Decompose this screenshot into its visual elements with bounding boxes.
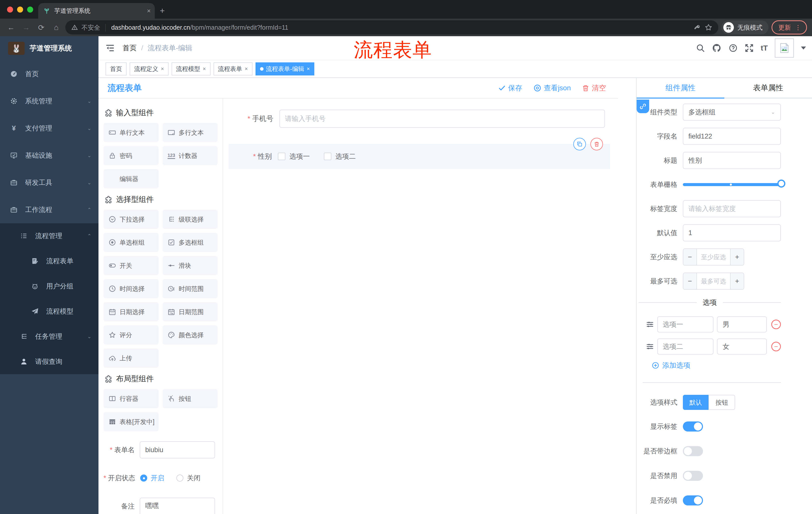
tag-close-icon[interactable]: × — [203, 65, 206, 72]
canvas-field-phone[interactable]: 手机号 — [223, 110, 605, 128]
gender-option-1[interactable]: 选项一 — [278, 152, 310, 161]
avatar-caret-icon[interactable] — [801, 47, 806, 50]
sidebar-item-leave-query[interactable]: 请假查询 — [0, 349, 98, 374]
url-text[interactable]: dashboard.yudao.iocoder.cn/bpm/manager/f… — [111, 24, 288, 31]
sidebar-item-user-group[interactable]: 用户分组 — [0, 274, 98, 299]
help-icon[interactable] — [729, 44, 737, 53]
sidebar-item-process-mgmt[interactable]: 流程管理 ⌃ — [0, 223, 98, 248]
checkbox-icon[interactable] — [324, 153, 331, 160]
option-value-input[interactable] — [717, 316, 767, 332]
component-chip-color-picker[interactable]: 颜色选择 — [163, 325, 218, 345]
drag-handle-icon[interactable] — [646, 320, 654, 329]
stepper-minus-icon[interactable]: − — [684, 273, 697, 289]
bookmark-star-icon[interactable] — [705, 24, 712, 31]
zoom-window-button[interactable] — [27, 6, 33, 12]
close-window-button[interactable] — [7, 6, 13, 12]
style-button-button[interactable]: 按钮 — [708, 395, 735, 410]
home-icon[interactable]: ⌂ — [50, 23, 62, 32]
form-grid-slider[interactable] — [683, 183, 781, 186]
option-label-input[interactable] — [657, 339, 714, 355]
sidebar-item-task-mgmt[interactable]: 任务管理 ⌄ — [0, 324, 98, 349]
component-chip-switch[interactable]: 开关 — [104, 256, 158, 275]
title-input[interactable] — [683, 152, 781, 169]
tab-close-icon[interactable]: × — [147, 7, 151, 15]
checkbox-icon[interactable] — [278, 153, 285, 160]
component-chip-date-picker[interactable]: 日期选择 — [104, 302, 158, 321]
disabled-toggle[interactable] — [683, 471, 703, 481]
remove-option-button[interactable]: − — [771, 320, 781, 329]
sidebar-item-home[interactable]: 首页 — [0, 60, 98, 87]
component-chip-slider[interactable]: 滑块 — [163, 256, 218, 275]
max-select-input[interactable] — [697, 273, 730, 289]
tag-close-icon[interactable]: × — [307, 65, 310, 72]
status-radio-on[interactable]: 开启 — [140, 474, 164, 483]
label-width-input[interactable] — [683, 200, 781, 217]
fullscreen-icon[interactable] — [745, 44, 754, 53]
component-chip-radio-group[interactable]: 单选框组 — [104, 233, 158, 252]
clear-button[interactable]: 清空 — [582, 83, 606, 93]
forward-icon[interactable]: → — [20, 23, 32, 32]
sidebar-item-process-form[interactable]: 流程表单 — [0, 248, 98, 274]
browser-tab[interactable]: 芋道管理系统 × — [38, 3, 155, 19]
search-icon[interactable] — [696, 44, 705, 53]
sidebar-logo[interactable]: 🐰 芋道管理系统 — [0, 36, 98, 60]
sidebar-item-devtools[interactable]: 研发工具 ⌄ — [0, 169, 98, 196]
password-key-icon[interactable] — [694, 24, 701, 31]
tab-form-props[interactable]: 表单属性 — [724, 78, 812, 99]
field-name-input[interactable] — [683, 128, 781, 145]
tag-home[interactable]: 首页 — [106, 62, 127, 76]
browser-update-button[interactable]: 更新 ⋮ — [772, 20, 807, 34]
component-chip-textarea[interactable]: 多行文本 — [163, 123, 218, 142]
remove-option-button[interactable]: − — [771, 342, 781, 351]
min-select-stepper[interactable]: −+ — [683, 248, 744, 266]
show-label-toggle[interactable] — [683, 422, 703, 432]
phone-field-input[interactable] — [279, 110, 605, 128]
gender-option-2[interactable]: 选项二 — [324, 152, 356, 161]
sidebar-item-system[interactable]: 系统管理 ⌄ — [0, 87, 98, 115]
tag-close-icon[interactable]: × — [161, 65, 164, 72]
delete-field-button[interactable] — [590, 138, 603, 151]
minimize-window-button[interactable] — [17, 6, 23, 12]
component-chip-row-container[interactable]: 行容器 — [104, 389, 158, 408]
component-chip-upload[interactable]: 上传 — [104, 349, 158, 368]
github-icon[interactable] — [712, 43, 722, 53]
sidebar-item-process-model[interactable]: 流程模型 — [0, 299, 98, 324]
canvas-field-gender-selected[interactable]: 性别 选项一 选项二 — [229, 144, 610, 169]
tag-process-form[interactable]: 流程表单× — [213, 62, 253, 76]
collapse-panel-handle[interactable] — [637, 100, 649, 113]
avatar[interactable] — [775, 38, 794, 58]
component-chip-select[interactable]: 下拉选择 — [104, 210, 158, 229]
tag-close-icon[interactable]: × — [245, 65, 248, 72]
back-icon[interactable]: ← — [5, 23, 17, 32]
default-value-input[interactable] — [683, 224, 781, 241]
form-name-input[interactable] — [140, 441, 215, 458]
component-chip-cascader[interactable]: 级联选择 — [163, 210, 218, 229]
component-chip-table[interactable]: 表格[开发中] — [104, 412, 158, 431]
form-remark-textarea[interactable]: 嘿嘿 — [140, 498, 215, 514]
breadcrumb-home[interactable]: 首页 — [123, 43, 137, 53]
option-label-input[interactable] — [657, 316, 714, 332]
stepper-plus-icon[interactable]: + — [730, 249, 744, 265]
required-toggle[interactable] — [683, 495, 703, 506]
option-value-input[interactable] — [717, 339, 767, 355]
style-default-button[interactable]: 默认 — [683, 395, 708, 410]
min-select-input[interactable] — [697, 249, 730, 265]
stepper-plus-icon[interactable]: + — [730, 273, 744, 289]
security-label[interactable]: 不安全 — [81, 23, 100, 32]
max-select-stepper[interactable]: −+ — [683, 273, 744, 290]
component-chip-time-range[interactable]: 时间范围 — [163, 279, 218, 298]
add-option-button[interactable]: 添加选项 — [652, 360, 781, 370]
sidebar-item-payment[interactable]: ¥ 支付管理 ⌄ — [0, 115, 98, 142]
border-toggle[interactable] — [683, 446, 703, 456]
component-chip-checkbox-group[interactable]: 多选框组 — [163, 233, 218, 252]
component-chip-date-range[interactable]: 日期范围 — [163, 302, 218, 321]
address-bar[interactable]: 不安全 │ dashboard.yudao.iocoder.cn/bpm/man… — [65, 20, 718, 34]
sidebar-item-infra[interactable]: 基础设施 ⌄ — [0, 142, 98, 169]
component-chip-time-picker[interactable]: 时间选择 — [104, 279, 158, 298]
collapse-sidebar-icon[interactable] — [106, 44, 115, 53]
status-radio-off[interactable]: 关闭 — [176, 474, 201, 483]
slider-thumb[interactable] — [777, 180, 785, 188]
save-button[interactable]: 保存 — [498, 83, 522, 93]
font-size-icon[interactable]: tT — [761, 44, 768, 52]
incognito-badge[interactable]: 无痕模式 — [721, 20, 768, 34]
